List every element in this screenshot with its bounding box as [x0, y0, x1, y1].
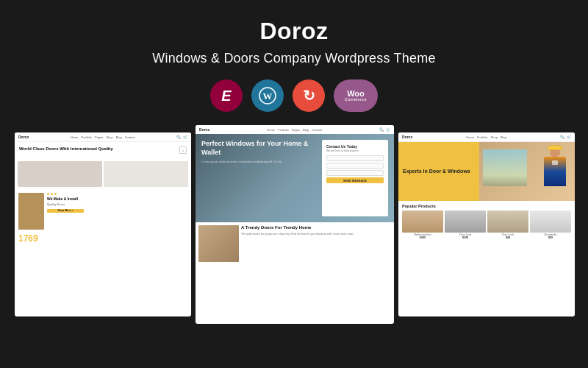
cart-icon: 🛒 — [183, 135, 187, 139]
center-nav-logo: Doroz — [199, 127, 209, 132]
left-door-section: We Make & Install Quality Doors Shop Mor… — [15, 190, 191, 233]
center-nav-icons: 🔍 🛒 — [379, 127, 390, 132]
bottom-text: A Trendy Doors For Trendy Home The quick… — [241, 225, 391, 262]
left-nav-icons: 🔍 🛒 — [176, 135, 187, 139]
page-container: Doroz Windows & Doors Company Wordpress … — [0, 0, 588, 368]
product-price-4: $29 — [530, 236, 571, 239]
wordpress-badge: W — [251, 79, 284, 112]
nav-link-shop: Shop — [106, 135, 112, 139]
screenshot-right: Doroz Home Portfolio Shop Blog 🔍 🛒 Exper… — [398, 132, 575, 316]
center-bottom: A Trendy Doors For Trendy Home The quick… — [196, 222, 394, 265]
left-images-row — [15, 161, 191, 187]
hero-background-img — [479, 142, 575, 201]
dot-2 — [51, 193, 53, 195]
center-search-icon: 🔍 — [379, 127, 384, 132]
door-sublabel: Quality Doors — [47, 202, 187, 206]
elementor-badge: E — [210, 79, 243, 112]
right-nav-portfolio: Portfolio — [477, 135, 488, 139]
nav-link-pages: Pages — [95, 135, 103, 139]
right-hero: Experts in Door & Windows — [398, 142, 575, 201]
bottom-door-img — [198, 225, 239, 262]
right-nav-links: Home Portfolio Shop Blog — [466, 135, 506, 139]
center-nav-blog: Blog — [303, 128, 309, 132]
product-img-1 — [402, 210, 443, 233]
products-title: Popular Products — [402, 204, 571, 208]
worker-vest-detail — [552, 160, 558, 165]
form-email-field — [326, 163, 384, 169]
screenshot-center: Doroz Home Portfolio Pages Blog Contact … — [196, 125, 394, 324]
right-cart-icon: 🛒 — [567, 135, 571, 139]
product-item-4: Doorknobs $29 — [530, 210, 571, 239]
left-nav-logo: Doroz — [18, 135, 29, 139]
product-item-2: Door Leaf $199 — [445, 210, 486, 239]
door-number-section: 1769 — [15, 233, 191, 243]
product-price-2: $199 — [445, 236, 486, 239]
page-title: Doroz — [259, 18, 328, 45]
woo-commerce-text: Commerce — [345, 98, 367, 102]
products-section: Popular Products Bathroom door $299 Door… — [398, 201, 575, 242]
worker-body — [544, 157, 566, 186]
left-hero: World Class Doors With International Qua… — [15, 142, 191, 158]
right-search-icon: 🔍 — [560, 135, 564, 139]
bottom-left-content: A Trendy Doors For Trendy Home The quick… — [198, 225, 391, 262]
center-nav-pages: Pages — [292, 128, 300, 132]
product-img-3 — [487, 210, 528, 233]
screenshots-row: Doroz Home Portfolio Pages Shop Blog Con… — [15, 125, 573, 324]
woocommerce-badge: Woo Commerce — [334, 79, 378, 112]
nav-link-blog: Blog — [116, 135, 122, 139]
left-hero-title: World Class Doors With International Qua… — [19, 146, 113, 152]
svg-text:W: W — [263, 91, 273, 102]
left-arrow: ↓ — [179, 146, 187, 154]
center-hero-title: Perfect Windows for Your Home & Wallet — [201, 140, 316, 157]
product-item-3: Door Lock $49 — [487, 210, 528, 239]
form-phone-field — [326, 170, 384, 176]
dot-1 — [47, 193, 49, 195]
hero-yellow-section: Experts in Door & Windows — [398, 142, 479, 201]
door-image — [18, 193, 44, 230]
form-submit-btn[interactable]: SEND MESSAGE — [326, 177, 384, 183]
door-label: We Make & Install — [47, 197, 187, 201]
outdoor-scene — [483, 149, 527, 186]
worker-figure — [541, 148, 569, 201]
wordpress-icon: W — [259, 87, 276, 105]
form-subtitle: We are here to help anytime — [326, 149, 384, 152]
center-nav: Doroz Home Portfolio Pages Blog Contact … — [196, 125, 394, 134]
right-nav-home: Home — [466, 135, 474, 139]
form-title: Contact Us Today — [326, 144, 384, 149]
product-img-2 — [445, 210, 486, 233]
product-item-1: Bathroom door $299 — [402, 210, 443, 239]
worker-head — [550, 148, 560, 157]
worker-helmet — [548, 145, 562, 150]
right-nav-logo: Doroz — [402, 135, 412, 139]
right-nav-shop: Shop — [491, 135, 498, 139]
search-icon: 🔍 — [176, 135, 181, 139]
room-image-2 — [104, 161, 188, 187]
center-hero-text: Perfect Windows for Your Home & Wallet L… — [201, 140, 316, 216]
center-nav-contact: Contact — [312, 128, 322, 132]
woo-label: Woo Commerce — [345, 90, 367, 102]
room-image-1 — [18, 161, 102, 187]
right-hero-title: Experts in Door & Windows — [403, 168, 475, 174]
dot-3 — [54, 193, 57, 195]
yellow-dots — [47, 193, 187, 195]
contact-form: Contact Us Today We are here to help any… — [322, 140, 388, 216]
nav-link-contact: Contact — [125, 135, 135, 139]
refresh-badge: ↻ — [293, 79, 325, 112]
refresh-icon: ↻ — [303, 87, 315, 105]
product-img-4 — [530, 210, 571, 233]
page-subtitle: Windows & Doors Company Wordpress Theme — [152, 51, 435, 66]
nav-link-home: Home — [71, 135, 79, 139]
right-nav-icons: 🔍 🛒 — [560, 135, 571, 139]
center-hero-subtitle: Lorem ipsum dolor sit amet, consectetur … — [201, 160, 316, 164]
badges-row: E W ↻ Woo Commerce — [210, 79, 378, 112]
bottom-title: A Trendy Doors For Trendy Home — [241, 225, 391, 231]
center-nav-links: Home Portfolio Pages Blog Contact — [267, 128, 322, 132]
product-price-3: $49 — [487, 236, 528, 239]
left-nav: Doroz Home Portfolio Pages Shop Blog Con… — [15, 132, 191, 142]
center-nav-home: Home — [267, 128, 275, 132]
form-name-field — [326, 155, 384, 161]
bottom-desc: The quick brown fox jumps over a lazy do… — [241, 233, 391, 236]
center-nav-portfolio: Portfolio — [278, 128, 289, 132]
door-number: 1769 — [18, 234, 187, 243]
screenshot-left: Doroz Home Portfolio Pages Shop Blog Con… — [15, 132, 191, 316]
